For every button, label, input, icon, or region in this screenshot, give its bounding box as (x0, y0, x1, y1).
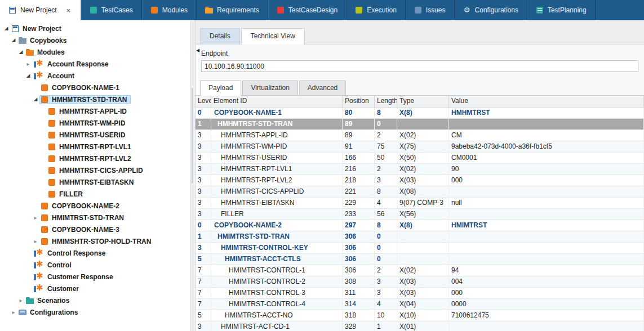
tree-item-hmhmtrst-userid[interactable]: HMHMTRST-USERID (0, 129, 190, 141)
tree-item-content: COPYBOOK-NAME-1 (39, 83, 123, 92)
tab-payload[interactable]: Payload (200, 80, 241, 96)
tab-new-project[interactable]: New Project× (0, 0, 81, 20)
tree-item-label: Account (47, 72, 74, 80)
column-header-element-id[interactable]: Element ID (211, 96, 343, 107)
close-tab-button[interactable]: × (65, 7, 72, 14)
tab-virtualization[interactable]: Virtualization (242, 80, 297, 95)
cell-length: 2 (375, 164, 397, 175)
tab-testcasedesign[interactable]: TestCaseDesign (268, 0, 347, 20)
tree-item-hmhmtrst-eibtaskn[interactable]: HMHMTRST-EIBTASKN (0, 176, 190, 188)
tree-item-copybook-name-1[interactable]: COPYBOOK-NAME-1 (0, 82, 190, 93)
tree-item-configurations[interactable]: ▸Configurations (0, 306, 190, 318)
column-header-length[interactable]: Length (375, 96, 397, 107)
tree-item-hmhmtrst-rpt-lvl1[interactable]: HMHMTRST-RPT-LVL1 (0, 141, 190, 153)
tree-item-copybook-name-2[interactable]: COPYBOOK-NAME-2 (0, 200, 190, 212)
column-header-value[interactable]: Value (449, 96, 644, 107)
sidebar-splitter[interactable] (190, 20, 196, 331)
table-row[interactable]: 7HMIMTRST-CONTROL-33113X(03)000 (196, 288, 644, 299)
module-icon: ✱ (33, 285, 44, 293)
copybooks-folder-icon (19, 37, 26, 44)
tab-issues[interactable]: Issues (406, 0, 455, 20)
table-row[interactable]: 3FILLER23356X(56) (196, 209, 644, 220)
tree-item-copybook-name-3[interactable]: COPYBOOK-NAME-3 (0, 223, 190, 235)
tree-item-hmhmtrst-rpt-lvl2[interactable]: HMHMTRST-RPT-LVL2 (0, 153, 190, 164)
table-row[interactable]: 7HMIMTRST-CONTROL-23083X(03)004 (196, 276, 644, 288)
table-row[interactable]: 1HMHMTRST-STD-TRAN890 (196, 119, 644, 130)
tree-item-filler[interactable]: FILLER (0, 188, 190, 200)
cell-type: X(03) (397, 288, 449, 298)
table-row[interactable]: 3HMHMTRST-RPT-LVL22183X(03)000 (196, 175, 644, 186)
tree-item-label: Control (47, 261, 72, 269)
column-header-level[interactable]: Level (196, 96, 211, 107)
cell-position: 166 (343, 153, 375, 163)
table-row[interactable]: 0COPYBOOK-NAME-1808X(8)HMHMTRST (196, 108, 644, 119)
tree-item-control-response[interactable]: ✱Control Response (0, 247, 190, 259)
tree-expander-icon[interactable]: ◢ (2, 23, 10, 34)
cell-type: X(01) (397, 321, 449, 331)
table-row[interactable]: 5HMIMTRST-ACCT-NO31810X(10)7100612475 (196, 310, 644, 321)
tree-item-label: Account Response (47, 60, 109, 68)
tree-item-account-response[interactable]: ▸✱Account Response (0, 58, 190, 70)
column-header-type[interactable]: Type (397, 96, 449, 107)
tree-item-account[interactable]: ◢✱Account (0, 70, 190, 82)
table-row[interactable]: 5HMIMTRST-ACCT-CTLS3060 (196, 254, 644, 265)
tab-testplanning[interactable]: TestPlanning (527, 0, 596, 20)
tab-technical-view[interactable]: Technical View (241, 28, 305, 44)
tab-modules[interactable]: Modules (142, 0, 197, 20)
cell-type (397, 254, 449, 265)
tree-item-hmimshtr-stop-hold-tran[interactable]: ▸HMIMSHTR-STOP-HOLD-TRAN (0, 235, 190, 247)
tree-expander-icon[interactable]: ▸ (32, 212, 39, 223)
tree-item-customer[interactable]: ✱Customer (0, 283, 190, 294)
tab-testcases[interactable]: TestCases (81, 0, 142, 20)
table-row[interactable]: 7HMIMTRST-CONTROL-13062X(02)94 (196, 265, 644, 276)
tree-expander-icon[interactable]: ◢ (10, 34, 17, 46)
tree-expander-icon[interactable]: ▸ (17, 294, 25, 306)
tab-configurations[interactable]: ⚙Configurations (455, 0, 527, 20)
module-star-icon: ✱ (36, 283, 43, 292)
cell-position: 233 (343, 209, 375, 220)
tab-advanced[interactable]: Advanced (299, 80, 346, 95)
endpoint-input[interactable] (201, 60, 638, 72)
table-row[interactable]: 3HMHMTRST-APPL-ID892X(02)CM (196, 130, 644, 141)
tab-requirements[interactable]: Requirements (197, 0, 268, 20)
tree-item-label: New Project (23, 25, 61, 33)
tree-expander-icon[interactable]: ▸ (24, 58, 32, 70)
tab-details[interactable]: Details (200, 28, 240, 44)
column-header-position[interactable]: Position (343, 96, 375, 107)
tree-item-hmimtrst-std-tran[interactable]: ▸HMIMTRST-STD-TRAN (0, 212, 190, 223)
tree-expander-icon[interactable]: ◢ (32, 93, 39, 105)
tree-item-new-project[interactable]: ◢New Project (0, 23, 190, 34)
cell-element: HMIMTRST-ACCT-NO (211, 310, 343, 321)
modules-icon (150, 6, 158, 14)
table-row[interactable]: 3HMHMTRST-USERID16650X(50)CM0001 (196, 153, 644, 164)
collapse-panel-icon[interactable]: ◀ (196, 48, 199, 53)
tree-scrollbar-thumb[interactable] (192, 88, 193, 184)
table-row[interactable]: 1HMIMTRST-STD-TRAN3060 (196, 231, 644, 243)
table-row[interactable]: 7HMIMTRST-CONTROL-43144X(04)0000 (196, 299, 644, 310)
table-row[interactable]: 3HMHMTRST-CICS-APPLID2218X(08) (196, 186, 644, 198)
table-row[interactable]: 3HMIMTRST-CONTROL-KEY3060 (196, 243, 644, 254)
table-row[interactable]: 3HMHMTRST-EIBTASKN22949(07) COMP-3null (196, 198, 644, 209)
tree-expander-icon[interactable]: ◢ (17, 46, 25, 58)
table-row[interactable]: 0COPYBOOK-NAME-22978X(8)HMIMTRST (196, 220, 644, 231)
tab-execution[interactable]: Execution (347, 0, 406, 20)
cell-length: 0 (375, 243, 397, 253)
table-row[interactable]: 3HMHMTRST-WM-PID9175X(75)9abeba42-073d-4… (196, 141, 644, 153)
tree-item-customer-response[interactable]: ✱Customer Response (0, 271, 190, 283)
tree-expander-icon[interactable]: ▸ (10, 306, 17, 318)
tree-item-content: Configurations (17, 308, 82, 317)
tree-item-copybooks[interactable]: ◢Copybooks (0, 34, 190, 46)
tree-item-scenarios[interactable]: ▸Scenarios (0, 294, 190, 306)
tree-item-hmhmtrst-std-tran[interactable]: ◢HMHMTRST-STD-TRAN (0, 93, 190, 105)
table-row[interactable]: 3HMHMTRST-RPT-LVL12162X(02)90 (196, 164, 644, 175)
tree-item-hmhmtrst-cics-applid[interactable]: HMHMTRST-CICS-APPLID (0, 164, 190, 176)
tree-item-control[interactable]: ✱Control (0, 259, 190, 271)
tree-item-modules[interactable]: ◢Modules (0, 46, 190, 58)
tree-item-hmhmtrst-wm-pid[interactable]: HMHMTRST-WM-PID (0, 117, 190, 129)
table-row[interactable]: 3HMIMTRST-ACT-CD-13281X(01) (196, 321, 644, 331)
tree-item-hmhmtrst-appl-id[interactable]: HMHMTRST-APPL-ID (0, 105, 190, 117)
tab-label: TestCases (101, 6, 133, 14)
tree-expander-icon[interactable]: ◢ (24, 70, 32, 82)
cell-type: X(10) (397, 310, 449, 321)
tree-expander-icon[interactable]: ▸ (32, 235, 39, 247)
